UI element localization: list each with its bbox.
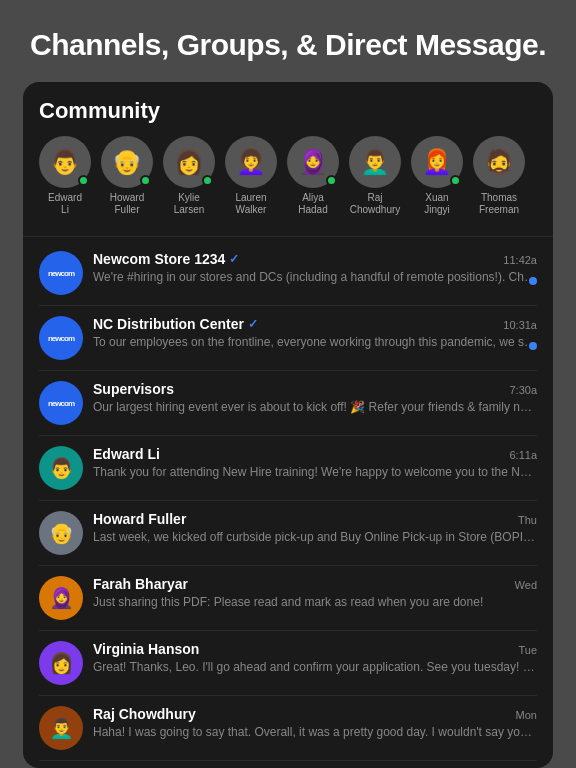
story-name: Thomas Freeman bbox=[479, 192, 519, 216]
verified-icon: ✓ bbox=[229, 252, 239, 266]
message-preview: Haha! I was going to say that. Overall, … bbox=[93, 724, 537, 741]
message-preview: To our employees on the frontline, every… bbox=[93, 334, 537, 351]
avatar: 👩 bbox=[39, 641, 83, 685]
story-item-aliya-hadad[interactable]: 🧕Aliya Hadad bbox=[287, 136, 339, 216]
story-name: Kylie Larsen bbox=[174, 192, 205, 216]
online-indicator bbox=[326, 175, 337, 186]
message-content: Newcom Store 1234✓11:42aWe're #hiring in… bbox=[93, 251, 537, 286]
message-preview: Thank you for attending New Hire trainin… bbox=[93, 464, 537, 481]
message-content: NC Distribution Center✓10:31aTo our empl… bbox=[93, 316, 537, 351]
avatar: 👨‍🦱 bbox=[39, 706, 83, 750]
verified-icon: ✓ bbox=[248, 317, 258, 331]
message-content: Howard FullerThuLast week, we kicked off… bbox=[93, 511, 537, 546]
message-time: 10:31a bbox=[503, 319, 537, 331]
message-preview: Last week, we kicked off curbside pick-u… bbox=[93, 529, 537, 546]
channel-avatar: newcom bbox=[39, 381, 83, 425]
message-content: Supervisors7:30aOur largest hiring event… bbox=[93, 381, 537, 416]
messages-list[interactable]: newcomNewcom Store 1234✓11:42aWe're #hir… bbox=[23, 241, 553, 768]
sender-name: Edward Li bbox=[93, 446, 160, 462]
avatar: 🧕 bbox=[39, 576, 83, 620]
message-header-row: Farah BharyarWed bbox=[93, 576, 537, 592]
page-header: Channels, Groups, & Direct Message. bbox=[0, 0, 576, 82]
story-name: Howard Fuller bbox=[110, 192, 144, 216]
story-name: Raj Chowdhury bbox=[350, 192, 401, 216]
sender-name: NC Distribution Center✓ bbox=[93, 316, 258, 332]
avatar-container: 🧔 bbox=[473, 136, 525, 188]
message-content: Raj ChowdhuryMonHaha! I was going to say… bbox=[93, 706, 537, 741]
message-content: Farah BharyarWedJust sharing this PDF: P… bbox=[93, 576, 537, 611]
message-time: 7:30a bbox=[509, 384, 537, 396]
avatar: 👴 bbox=[39, 511, 83, 555]
avatar-container: 👨‍🦱 bbox=[349, 136, 401, 188]
message-content: Edward Li6:11aThank you for attending Ne… bbox=[93, 446, 537, 481]
list-item[interactable]: 👨Edward Li6:11aThank you for attending N… bbox=[23, 436, 553, 500]
avatar-container: 👨 bbox=[39, 136, 91, 188]
message-time: 11:42a bbox=[503, 254, 537, 266]
list-item[interactable]: 👩Virginia HansonTueGreat! Thanks, Leo. I… bbox=[23, 631, 553, 695]
avatar-container: 👴 bbox=[101, 136, 153, 188]
sender-name: Supervisors bbox=[93, 381, 174, 397]
sender-name: Virginia Hanson bbox=[93, 641, 199, 657]
story-item-thomas-freeman[interactable]: 🧔Thomas Freeman bbox=[473, 136, 525, 216]
unread-indicator bbox=[529, 342, 537, 350]
message-header-row: Virginia HansonTue bbox=[93, 641, 537, 657]
message-header-row: Newcom Store 1234✓11:42a bbox=[93, 251, 537, 267]
avatar: 👩‍🦱 bbox=[225, 136, 277, 188]
avatar: 👨‍🦱 bbox=[349, 136, 401, 188]
message-content: Virginia HansonTueGreat! Thanks, Leo. I'… bbox=[93, 641, 537, 676]
message-preview: Our largest hiring event ever is about t… bbox=[93, 399, 537, 416]
message-header-row: Howard FullerThu bbox=[93, 511, 537, 527]
channel-avatar: newcom bbox=[39, 251, 83, 295]
message-header-row: Edward Li6:11a bbox=[93, 446, 537, 462]
list-item[interactable]: newcomNC Distribution Center✓10:31aTo ou… bbox=[23, 306, 553, 370]
message-header-row: Supervisors7:30a bbox=[93, 381, 537, 397]
online-indicator bbox=[140, 175, 151, 186]
sender-name: Raj Chowdhury bbox=[93, 706, 196, 722]
story-item-edward-li[interactable]: 👨Edward Li bbox=[39, 136, 91, 216]
story-name: Xuan Jingyi bbox=[424, 192, 450, 216]
list-item[interactable]: 🧔Thomas FreemanMonYes, thank you for the… bbox=[23, 761, 553, 768]
list-item[interactable]: newcomSupervisors7:30aOur largest hiring… bbox=[23, 371, 553, 435]
online-indicator bbox=[202, 175, 213, 186]
message-preview: We're #hiring in our stores and DCs (inc… bbox=[93, 269, 537, 286]
list-item[interactable]: 👨‍🦱Raj ChowdhuryMonHaha! I was going to … bbox=[23, 696, 553, 760]
stories-row[interactable]: 👨Edward Li👴Howard Fuller👩Kylie Larsen👩‍🦱… bbox=[39, 136, 537, 224]
channel-avatar: newcom bbox=[39, 316, 83, 360]
community-title: Community bbox=[39, 98, 537, 124]
avatar-container: 🧕 bbox=[287, 136, 339, 188]
online-indicator bbox=[78, 175, 89, 186]
story-item-raj-chowdhury[interactable]: 👨‍🦱Raj Chowdhury bbox=[349, 136, 401, 216]
message-preview: Great! Thanks, Leo. I'll go ahead and co… bbox=[93, 659, 537, 676]
sender-name: Howard Fuller bbox=[93, 511, 186, 527]
message-header-row: Raj ChowdhuryMon bbox=[93, 706, 537, 722]
story-name: Edward Li bbox=[48, 192, 82, 216]
story-item-lauren-walker[interactable]: 👩‍🦱Lauren Walker bbox=[225, 136, 277, 216]
message-time: Tue bbox=[518, 644, 537, 656]
avatar-container: 👩 bbox=[163, 136, 215, 188]
community-header: Community 👨Edward Li👴Howard Fuller👩Kylie… bbox=[23, 82, 553, 232]
story-name: Aliya Hadad bbox=[298, 192, 327, 216]
sender-name: Farah Bharyar bbox=[93, 576, 188, 592]
avatar-container: 👩‍🦱 bbox=[225, 136, 277, 188]
section-divider bbox=[23, 236, 553, 237]
message-time: Wed bbox=[515, 579, 537, 591]
list-item[interactable]: 👴Howard FullerThuLast week, we kicked of… bbox=[23, 501, 553, 565]
story-item-xuan-jingyi[interactable]: 👩‍🦰Xuan Jingyi bbox=[411, 136, 463, 216]
page-title: Channels, Groups, & Direct Message. bbox=[24, 28, 552, 62]
list-item[interactable]: 🧕Farah BharyarWedJust sharing this PDF: … bbox=[23, 566, 553, 630]
story-item-kylie-larsen[interactable]: 👩Kylie Larsen bbox=[163, 136, 215, 216]
avatar: 🧔 bbox=[473, 136, 525, 188]
story-item-howard-fuller[interactable]: 👴Howard Fuller bbox=[101, 136, 153, 216]
message-time: Mon bbox=[516, 709, 537, 721]
message-time: Thu bbox=[518, 514, 537, 526]
message-preview: Just sharing this PDF: Please read and m… bbox=[93, 594, 537, 611]
avatar-container: 👩‍🦰 bbox=[411, 136, 463, 188]
unread-indicator bbox=[529, 277, 537, 285]
avatar: 👨 bbox=[39, 446, 83, 490]
sender-name: Newcom Store 1234✓ bbox=[93, 251, 239, 267]
app-window: Community 👨Edward Li👴Howard Fuller👩Kylie… bbox=[23, 82, 553, 768]
message-header-row: NC Distribution Center✓10:31a bbox=[93, 316, 537, 332]
message-time: 6:11a bbox=[509, 449, 537, 461]
list-item[interactable]: newcomNewcom Store 1234✓11:42aWe're #hir… bbox=[23, 241, 553, 305]
story-name: Lauren Walker bbox=[235, 192, 266, 216]
